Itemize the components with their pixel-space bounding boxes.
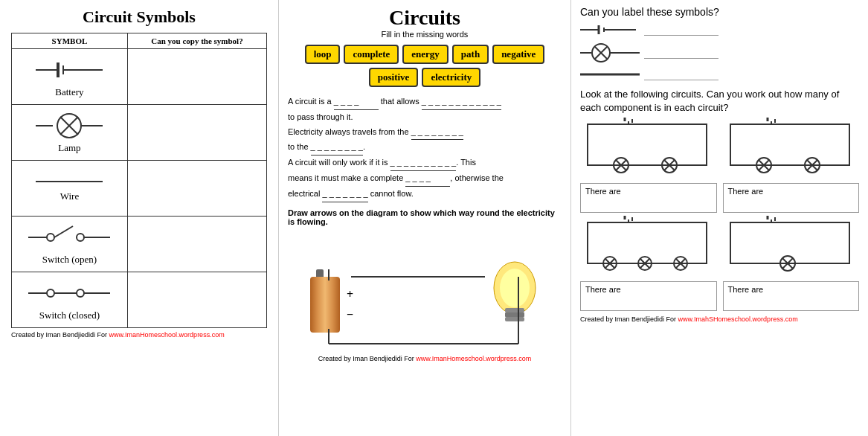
switch-closed-copy-cell[interactable]: [127, 272, 266, 328]
blank-7: _ _ _ _ _ _ _: [322, 187, 367, 202]
circuit-box-2: There are: [723, 121, 860, 213]
svg-point-18: [77, 289, 84, 297]
blank-5: _ _ _ _ _ _ _ _ _ _: [390, 156, 457, 171]
svg-line-12: [54, 226, 73, 237]
switch-closed-symbol-cell: Switch (closed): [12, 272, 128, 328]
word-loop: loop: [305, 45, 341, 64]
svg-point-13: [77, 234, 84, 241]
table-row: Battery: [12, 49, 267, 105]
word-positive: positive: [369, 68, 419, 87]
sentence-3b: means it must make a complete _ _ _ _, o…: [288, 171, 562, 187]
fill-instruction: Fill in the missing words: [288, 30, 562, 39]
table-row: Switch (closed): [12, 272, 267, 328]
blank-2: _ _ _ _ _ _ _ _ _ _ _ _: [422, 94, 501, 110]
label-row-2: [580, 42, 859, 64]
there-are-3: There are: [580, 281, 717, 311]
switch-closed-label: Switch (closed): [39, 310, 100, 321]
word-bank: loop complete energy path negative posit…: [288, 45, 562, 87]
lamp-copy-cell[interactable]: [127, 105, 266, 161]
circuit-box-3: There are: [580, 219, 717, 311]
svg-rect-50: [730, 124, 849, 165]
label-symbol-2: [580, 42, 640, 64]
circuit-wires: [288, 232, 556, 351]
circuit-svg-4: [723, 219, 857, 278]
label-blank-1: [644, 24, 718, 36]
svg-point-16: [47, 289, 54, 297]
circuit-svg-2: [723, 121, 857, 180]
symbols-table: SYMBOL Can you copy the symbol? Battery: [11, 33, 267, 328]
word-complete: complete: [344, 45, 399, 64]
battery-label: Battery: [55, 86, 83, 98]
label-row-1: [580, 22, 859, 37]
middle-footer-text: Created by Iman Bendjiedidi For: [318, 355, 417, 362]
word-path: path: [452, 45, 489, 64]
middle-title: Circuits: [288, 6, 562, 30]
circuit-box-4: There are: [723, 219, 860, 311]
svg-rect-40: [588, 124, 707, 165]
there-are-2: There are: [723, 183, 860, 213]
word-negative: negative: [492, 45, 544, 64]
right-panel: Can you label these symbols?: [571, 0, 868, 436]
sentence-3c: electrical _ _ _ _ _ _ _ cannot flow.: [288, 187, 562, 202]
left-footer: Created by Iman Bendjiedidi For www.Iman…: [11, 331, 267, 339]
word-energy: energy: [402, 45, 449, 64]
there-are-text-2: There are: [728, 187, 764, 196]
switch-open-copy-cell[interactable]: [127, 217, 266, 272]
blank-4: _ _ _ _ _ _ _ _: [311, 140, 363, 156]
there-are-text-1: There are: [585, 187, 621, 196]
circuits-question: Look at the following circuits. Can you …: [580, 88, 859, 115]
lamp-label: Lamp: [58, 142, 80, 154]
switch-open-label: Switch (open): [42, 254, 97, 266]
middle-footer-url: www.ImanHomeschool.wordpress.com: [416, 355, 531, 362]
left-panel: Circuit Symbols SYMBOL Can you copy the …: [0, 0, 279, 436]
right-footer-text: Created by Iman Bendjiedidi For: [580, 315, 678, 323]
wire-symbol-svg: [32, 174, 106, 189]
label-row-3: [580, 68, 859, 80]
lamp-symbol-svg: [32, 111, 106, 141]
middle-footer: Created by Iman Bendjiedidi For www.Iman…: [288, 355, 562, 362]
battery-symbol-cell: Battery: [12, 49, 128, 105]
battery-copy-cell[interactable]: [127, 49, 266, 105]
wire-symbol-cell: Wire: [12, 161, 128, 217]
col-copy: Can you copy the symbol?: [127, 33, 266, 49]
there-are-text-4: There are: [728, 285, 764, 294]
svg-rect-73: [730, 222, 849, 263]
wire-label: Wire: [60, 190, 79, 202]
circuit-svg-3: [580, 219, 714, 278]
draw-instruction: Draw arrows on the diagram to show which…: [288, 208, 562, 226]
label-blank-3: [644, 68, 718, 80]
switch-closed-svg: [25, 278, 114, 308]
there-are-4: There are: [723, 281, 860, 311]
left-footer-url: www.ImanHomeschool.wordpress.com: [109, 331, 225, 339]
circuit-box-1: There are: [580, 121, 717, 213]
switch-open-svg: [25, 222, 114, 252]
col-symbol: SYMBOL: [12, 33, 128, 49]
table-row: Wire: [12, 161, 267, 217]
circuit-svg-1: [580, 121, 714, 180]
label-symbol-1: [580, 22, 640, 37]
right-footer-url: www.ImahSHomeschool.wordpress.com: [678, 315, 798, 323]
sentence-3: A circuit will only work if it is _ _ _ …: [288, 156, 562, 171]
there-are-text-3: There are: [585, 285, 621, 294]
label-symbol-3: [580, 71, 640, 78]
wire-copy-cell[interactable]: [127, 161, 266, 217]
left-footer-text: Created by Iman Bendjiedidi For: [11, 331, 109, 339]
switch-open-symbol-cell: Switch (open): [12, 217, 128, 272]
sentence-2b: to the _ _ _ _ _ _ _ _.: [288, 140, 562, 156]
there-are-1: There are: [580, 183, 717, 213]
left-title: Circuit Symbols: [11, 7, 267, 27]
label-blank-2: [644, 47, 718, 59]
battery-symbol-svg: [32, 55, 106, 85]
blank-6: _ _ _ _: [405, 171, 450, 187]
circuits-grid: There are There are: [580, 121, 859, 311]
label-symbols-section: [580, 22, 859, 80]
sentence-1: A circuit is a _ _ _ _ that allows _ _ _…: [288, 94, 562, 110]
label-title: Can you label these symbols?: [580, 6, 859, 18]
table-row: Lamp: [12, 105, 267, 161]
circuit-diagram: + −: [288, 232, 556, 351]
table-row: Switch (open): [12, 217, 267, 272]
blank-3: _ _ _ _ _ _ _ _: [411, 125, 463, 141]
lamp-symbol-cell: Lamp: [12, 105, 128, 161]
blank-1: _ _ _ _: [334, 94, 379, 110]
svg-point-11: [47, 234, 54, 241]
